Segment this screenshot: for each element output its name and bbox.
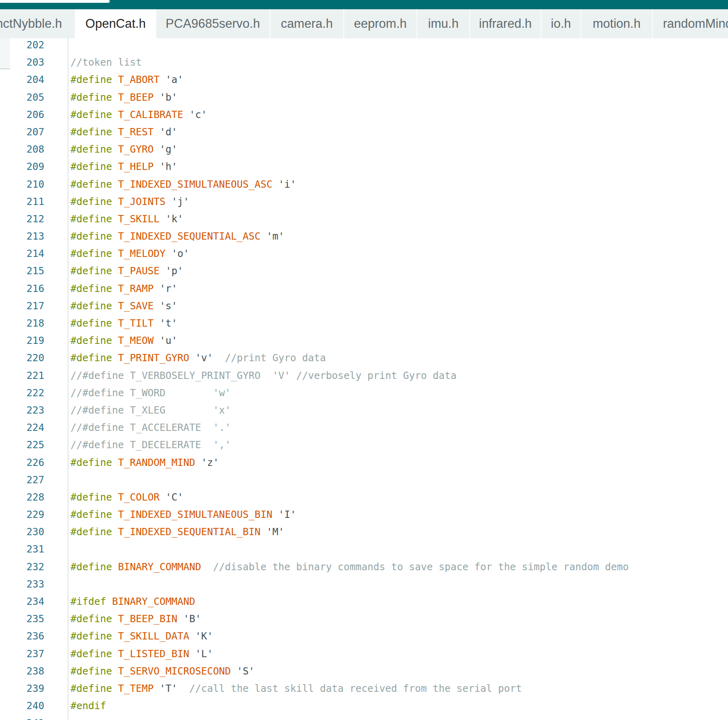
code-token-pl <box>189 630 195 642</box>
code-line-236[interactable]: 236#define T_SKILL_DATA 'K' <box>0 627 728 645</box>
gutter-divider <box>68 38 68 720</box>
code-text: //#define T_ACCELERATE '.' <box>70 419 231 436</box>
code-line-226[interactable]: 226#define T_RANDOM_MIND 'z' <box>0 454 728 471</box>
code-token-mac: T_JOINTS <box>118 196 165 207</box>
code-token-pl <box>112 213 118 225</box>
code-line-240[interactable]: 240#endif <box>0 697 728 714</box>
code-line-233[interactable]: 233 <box>0 575 728 593</box>
code-line-211[interactable]: 211#define T_JOINTS 'j' <box>0 193 728 210</box>
code-line-220[interactable]: 220#define T_PRINT_GYRO 'v' //print Gyro… <box>0 349 728 366</box>
code-line-205[interactable]: 205#define T_BEEP 'b' <box>0 89 728 106</box>
editor-tab-bar: InstinctNybble.hOpenCat.hPCA9685servo.hc… <box>0 9 728 38</box>
code-line-216[interactable]: 216#define T_RAMP 'r' <box>0 280 728 297</box>
code-token-ch: 'j' <box>172 196 189 207</box>
line-number: 209 <box>0 158 44 175</box>
tab-opencat-h[interactable]: OpenCat.h <box>75 9 156 38</box>
code-token-pl <box>189 352 195 364</box>
code-token-ch: 'r' <box>159 283 177 294</box>
tab-imu-h[interactable]: imu.h <box>416 9 469 38</box>
code-line-239[interactable]: 239#define T_TEMP 'T' //call the last sk… <box>0 680 728 697</box>
code-line-227[interactable]: 227 <box>0 471 728 488</box>
code-line-238[interactable]: 238#define T_SERVO_MICROSECOND 'S' <box>0 662 728 680</box>
code-line-241[interactable]: 241 <box>0 714 728 720</box>
code-token-pl <box>112 613 118 625</box>
code-line-230[interactable]: 230#define T_INDEXED_SEQUENTIAL_BIN 'M' <box>0 523 728 540</box>
code-line-206[interactable]: 206#define T_CALIBRATE 'c' <box>0 106 728 123</box>
code-line-203[interactable]: 203//token list <box>0 54 728 71</box>
code-line-217[interactable]: 217#define T_SAVE 's' <box>0 297 728 314</box>
code-line-221[interactable]: 221//#define T_VERBOSELY_PRINT_GYRO 'V' … <box>0 367 728 384</box>
code-token-kw: #define <box>70 335 112 346</box>
code-line-225[interactable]: 225//#define T_DECELERATE ',' <box>0 436 728 453</box>
code-token-pl <box>106 596 112 607</box>
code-line-224[interactable]: 224//#define T_ACCELERATE '.' <box>0 419 728 436</box>
tab-eeprom-h[interactable]: eeprom.h <box>343 9 416 38</box>
line-number: 218 <box>0 314 44 332</box>
code-line-231[interactable]: 231 <box>0 540 728 558</box>
code-line-228[interactable]: 228#define T_COLOR 'C' <box>0 488 728 506</box>
code-editor[interactable]: 202203//token list204#define T_ABORT 'a'… <box>0 38 728 720</box>
foreground-window-corner <box>0 0 110 3</box>
code-token-ch: 'h' <box>159 161 177 172</box>
code-token-pl <box>112 300 118 312</box>
code-text: #define T_ABORT 'a' <box>70 71 183 88</box>
code-token-mac: T_LISTED_BIN <box>118 648 189 660</box>
code-line-223[interactable]: 223//#define T_XLEG 'x' <box>0 401 728 419</box>
code-line-207[interactable]: 207#define T_REST 'd' <box>0 123 728 141</box>
code-line-229[interactable]: 229#define T_INDEXED_SIMULTANEOUS_BIN 'I… <box>0 506 728 523</box>
code-token-mac: T_COLOR <box>118 491 159 503</box>
code-token-pl <box>183 109 189 120</box>
code-line-202[interactable]: 202 <box>0 38 728 54</box>
code-text: #define T_BEEP 'b' <box>70 89 178 106</box>
code-line-210[interactable]: 210#define T_INDEXED_SIMULTANEOUS_ASC 'i… <box>0 176 728 193</box>
code-token-kw: #define <box>70 648 112 660</box>
code-text: #define BINARY_COMMAND //disable the bin… <box>70 558 629 575</box>
tab-camera-h[interactable]: camera.h <box>269 9 343 38</box>
code-line-214[interactable]: 214#define T_MELODY 'o' <box>0 245 728 262</box>
tab-io-h[interactable]: io.h <box>540 9 580 38</box>
code-token-mac: T_CALIBRATE <box>118 109 183 120</box>
tab-pca9685servo-h[interactable]: PCA9685servo.h <box>156 9 269 38</box>
code-line-213[interactable]: 213#define T_INDEXED_SEQUENTIAL_ASC 'm' <box>0 228 728 245</box>
code-text: #define T_HELP 'h' <box>70 158 178 175</box>
code-token-kw: #define <box>70 126 112 138</box>
code-line-218[interactable]: 218#define T_TILT 't' <box>0 314 728 332</box>
code-token-kw: #define <box>70 248 112 259</box>
code-line-234[interactable]: 234#ifdef BINARY_COMMAND <box>0 593 728 610</box>
code-token-pl <box>112 178 118 190</box>
code-text: #define T_INDEXED_SEQUENTIAL_BIN 'M' <box>70 523 284 540</box>
line-number: 217 <box>0 297 44 314</box>
code-text: //#define T_WORD 'w' <box>70 384 231 401</box>
tab-randommind-h[interactable]: randomMind.h <box>652 9 728 38</box>
tab-motion-h[interactable]: motion.h <box>580 9 652 38</box>
line-number: 214 <box>0 245 44 262</box>
code-token-kw: #define <box>70 213 112 225</box>
code-line-212[interactable]: 212#define T_SKILL 'k' <box>0 210 728 228</box>
code-line-208[interactable]: 208#define T_GYRO 'g' <box>0 141 728 158</box>
tab-label: OpenCat.h <box>85 17 146 31</box>
code-line-237[interactable]: 237#define T_LISTED_BIN 'L' <box>0 645 728 662</box>
tab-instinctnybble-h[interactable]: InstinctNybble.h <box>0 9 75 38</box>
code-line-209[interactable]: 209#define T_HELP 'h' <box>0 158 728 175</box>
code-line-215[interactable]: 215#define T_PAUSE 'p' <box>0 262 728 279</box>
tab-infrared-h[interactable]: infrared.h <box>469 9 540 38</box>
code-token-pl <box>178 613 184 625</box>
code-token-pl <box>112 665 118 677</box>
code-line-204[interactable]: 204#define T_ABORT 'a' <box>0 71 728 88</box>
line-number: 228 <box>0 488 44 506</box>
line-number: 227 <box>0 471 44 488</box>
code-token-ch: 'T' <box>159 683 177 694</box>
code-token-mac: T_INDEXED_SEQUENTIAL_ASC <box>118 230 261 242</box>
line-number: 240 <box>0 697 44 714</box>
code-token-kw: #define <box>70 317 112 329</box>
code-token-kw: #define <box>70 300 112 312</box>
code-line-219[interactable]: 219#define T_MEOW 'u' <box>0 332 728 349</box>
code-line-232[interactable]: 232#define BINARY_COMMAND //disable the … <box>0 558 728 575</box>
code-line-222[interactable]: 222//#define T_WORD 'w' <box>0 384 728 401</box>
code-token-mac: T_BEEP <box>118 91 154 103</box>
code-token-ch: 'i' <box>278 178 296 190</box>
code-text: #define T_CALIBRATE 'c' <box>70 106 207 123</box>
code-line-235[interactable]: 235#define T_BEEP_BIN 'B' <box>0 610 728 627</box>
code-token-kw: #define <box>70 491 112 503</box>
line-number: 211 <box>0 193 44 210</box>
